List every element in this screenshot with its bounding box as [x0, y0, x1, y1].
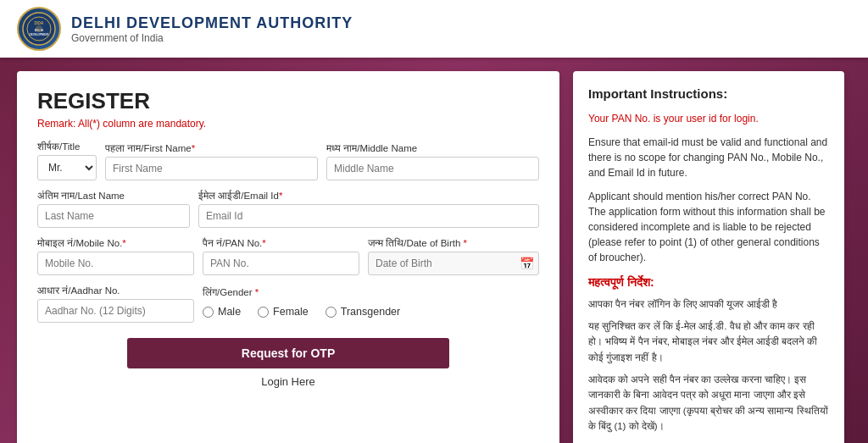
dob-label: जन्म तिथि/Date of Birth *: [368, 238, 539, 249]
page-header: DDA DELHI DEVELOPMENT DELHI DEVELOPMENT …: [0, 0, 868, 58]
pan-input[interactable]: [203, 252, 359, 275]
svg-text:DEVELOPMENT: DEVELOPMENT: [30, 33, 49, 36]
register-form-panel: REGISTER Remark: All(*) column are manda…: [17, 71, 559, 443]
gender-options-row: Male Female Transgender: [203, 301, 539, 323]
title-select[interactable]: Mr. Mrs. Ms. Dr.: [37, 155, 97, 180]
instruction-item-3: Applicant should mention his/her correct…: [588, 189, 829, 265]
dob-input-wrapper: 📅: [368, 252, 539, 275]
form-row-2: अंतिम नाम/Last Name ईमेल आईडी/Email Id*: [37, 191, 539, 228]
email-group: ईमेल आईडी/Email Id*: [198, 191, 539, 228]
gender-male-label[interactable]: Male: [203, 306, 241, 318]
gender-female-label[interactable]: Female: [258, 306, 309, 318]
lastname-label: अंतिम नाम/Last Name: [37, 191, 190, 202]
title-label: शीर्षक/Title: [37, 141, 97, 152]
mobile-label: मोबाइल नं/Mobile No.*: [37, 238, 194, 249]
firstname-input[interactable]: [105, 157, 318, 180]
gender-female-radio[interactable]: [258, 307, 269, 318]
email-label: ईमेल आईडी/Email Id*: [198, 191, 539, 202]
remark-text: Remark: All(*) column are mandatory.: [37, 118, 539, 130]
org-subtitle: Government of India: [71, 32, 353, 44]
lastname-input[interactable]: [37, 204, 190, 228]
gender-male-radio[interactable]: [203, 307, 214, 318]
otp-button[interactable]: Request for OTP: [127, 338, 449, 368]
login-link[interactable]: Login Here: [37, 375, 539, 388]
firstname-label: पहला नाम/First Name*: [105, 143, 318, 154]
gender-label: लिंग/Gender *: [203, 287, 539, 298]
page-title: REGISTER: [37, 88, 539, 114]
hindi-instructions-title: महत्वपूर्ण निर्देश:: [588, 274, 829, 291]
instructions-panel: Important Instructions: Your PAN No. is …: [573, 71, 844, 443]
dob-input[interactable]: [368, 252, 539, 275]
title-group: शीर्षक/Title Mr. Mrs. Ms. Dr.: [37, 141, 97, 180]
pan-label: पैन नं/PAN No.*: [203, 238, 359, 249]
hindi-item-1: आपका पैन नंबर लॉगिन के लिए आपकी यूजर आईड…: [588, 296, 829, 312]
middlename-group: मध्य नाम/Middle Name: [326, 143, 539, 180]
aadhar-input[interactable]: [37, 299, 194, 323]
aadhar-label: आधार नं/Aadhar No.: [37, 285, 194, 296]
instruction-item-2: Ensure that email-id must be valid and f…: [588, 135, 829, 180]
org-name-block: DELHI DEVELOPMENT AUTHORITY Government o…: [71, 14, 353, 44]
org-logo: DDA DELHI DEVELOPMENT: [17, 7, 61, 51]
main-content: REGISTER Remark: All(*) column are manda…: [0, 58, 868, 443]
gender-group: लिंग/Gender * Male Female: [203, 287, 539, 323]
pan-group: पैन नं/PAN No.*: [203, 238, 359, 275]
middlename-input[interactable]: [326, 157, 539, 180]
firstname-group: पहला नाम/First Name*: [105, 143, 318, 180]
dob-group: जन्म तिथि/Date of Birth * 📅: [368, 238, 539, 275]
middlename-label: मध्य नाम/Middle Name: [326, 143, 539, 154]
lastname-group: अंतिम नाम/Last Name: [37, 191, 190, 228]
hindi-item-3: आवेदक को अपने सही पैन नंबर का उल्लेख करन…: [588, 372, 829, 435]
org-name: DELHI DEVELOPMENT AUTHORITY: [71, 14, 353, 32]
instructions-title: Important Instructions:: [588, 85, 829, 104]
form-row-3: मोबाइल नं/Mobile No.* पैन नं/PAN No.* जन…: [37, 238, 539, 275]
mobile-input[interactable]: [37, 252, 194, 275]
gender-transgender-radio[interactable]: [326, 307, 337, 318]
form-row-4: आधार नं/Aadhar No. लिंग/Gender * Male: [37, 285, 539, 323]
mobile-group: मोबाइल नं/Mobile No.*: [37, 238, 194, 275]
svg-point-5: [36, 25, 42, 32]
form-row-1: शीर्षक/Title Mr. Mrs. Ms. Dr. पहला नाम/F…: [37, 141, 539, 180]
aadhar-group: आधार नं/Aadhar No.: [37, 285, 194, 323]
hindi-item-2: यह सुनिश्चित कर लें कि ई-मेल आई.डी. वैध …: [588, 318, 829, 365]
svg-text:DDA: DDA: [35, 20, 44, 25]
instruction-item-1: Your PAN No. is your user id for login.: [588, 111, 829, 126]
gender-transgender-label[interactable]: Transgender: [326, 306, 400, 318]
email-input[interactable]: [198, 204, 539, 228]
